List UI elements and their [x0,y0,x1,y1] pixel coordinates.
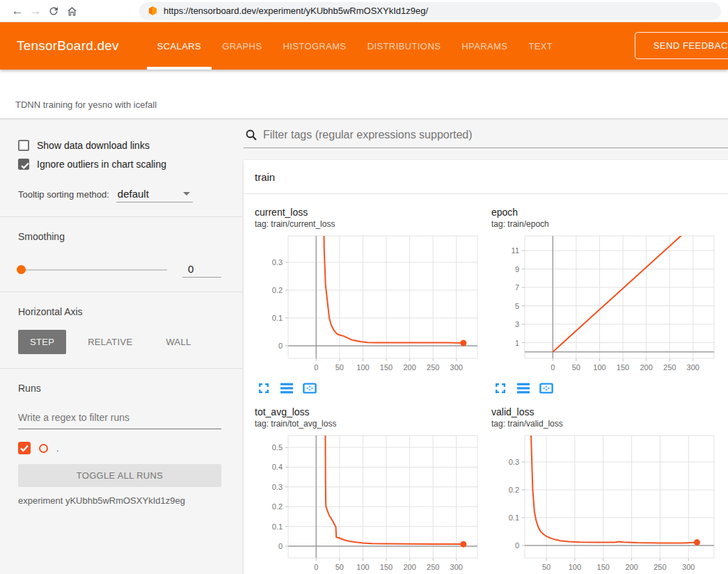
home-icon[interactable] [63,1,81,22]
tensorboard-favicon [148,6,158,16]
svg-text:0.1: 0.1 [509,513,519,522]
chart-title: epoch [491,207,721,218]
runs-label: Runs [18,383,221,394]
chart-title: current_loss [255,207,484,218]
svg-text:0: 0 [515,541,519,550]
smoothing-slider[interactable] [18,269,167,271]
divider [0,292,242,292]
expand-chart-icon[interactable] [493,381,507,395]
svg-text:150: 150 [597,563,610,571]
url-text: https://tensorboard.dev/experiment/yKUbh… [164,6,428,16]
run-color-swatch-icon[interactable] [39,444,48,453]
divider [0,368,242,369]
chart-tag: tag: train/current_loss [255,219,484,229]
experiment-title: TDNN training for yesno with icefall [15,99,157,110]
send-feedback-button[interactable]: SEND FEEDBACK [635,32,728,59]
svg-text:0.4: 0.4 [272,463,283,471]
axis-step-button[interactable]: STEP [18,330,66,354]
forward-icon[interactable]: → [26,1,45,22]
svg-text:50: 50 [335,363,344,372]
chart-tag: tag: train/epoch [491,219,721,229]
svg-text:200: 200 [403,563,416,571]
tab-scalars[interactable]: SCALARS [147,22,212,70]
tooltip-sorting-value: default [118,188,149,200]
svg-text:150: 150 [380,563,393,571]
svg-text:250: 250 [654,563,666,571]
chart-plot[interactable]: 0501001502002503001357911 [491,233,721,378]
run-checkbox[interactable] [18,442,31,454]
url-bar[interactable]: https://tensorboard.dev/experiment/yKUbh… [139,2,721,20]
chart-title: valid_loss [491,406,721,417]
svg-text:250: 250 [427,563,439,571]
svg-text:250: 250 [427,363,439,372]
run-name: . [56,443,59,454]
tooltip-sorting-select[interactable]: default [116,188,193,202]
data-table-icon[interactable] [516,381,530,395]
show-download-links-checkbox-row[interactable]: Show data download links [18,140,221,151]
svg-text:1: 1 [515,339,519,347]
chart-current-loss: current_loss tag: train/current_loss 050… [255,207,484,395]
check-icon [19,160,31,171]
chart-plot[interactable]: 05010015020025030000.10.20.30.40.5 [255,433,484,574]
svg-text:0.3: 0.3 [272,258,283,266]
show-download-links-checkbox[interactable] [18,140,29,151]
axis-wall-button[interactable]: WALL [154,330,203,354]
svg-text:100: 100 [356,363,369,372]
chevron-down-icon [183,192,190,196]
charts-grid: current_loss tag: train/current_loss 050… [244,194,728,574]
settings-sidebar: Show data download links Ignore outliers… [0,119,242,574]
browser-chrome: ← → https://tensorboard.dev/experiment/y… [0,0,728,22]
chart-tag: tag: train/tot_avg_loss [255,419,484,429]
fit-domain-icon[interactable] [539,381,553,395]
svg-text:7: 7 [515,283,519,292]
chart-epoch: epoch tag: train/epoch 05010015020025030… [491,207,721,395]
reload-icon[interactable] [45,1,63,22]
svg-text:300: 300 [687,363,699,372]
smoothing-slider-thumb[interactable] [17,265,26,274]
svg-text:0: 0 [314,563,318,571]
back-icon[interactable]: ← [8,1,26,22]
train-section-header[interactable]: train [244,160,728,194]
svg-text:0.2: 0.2 [509,486,519,494]
axis-relative-button[interactable]: RELATIVE [76,330,144,354]
chart-valid-loss: valid_loss tag: train/valid_loss 5010015… [491,406,721,574]
show-download-links-label: Show data download links [37,140,150,151]
svg-text:0.2: 0.2 [272,502,283,511]
nav-tabs: SCALARS GRAPHS HISTOGRAMS DISTRIBUTIONS … [147,22,564,70]
svg-text:9: 9 [515,265,519,273]
fit-domain-icon[interactable] [303,381,317,395]
expand-chart-icon[interactable] [257,381,271,395]
ignore-outliers-checkbox[interactable] [18,159,29,170]
svg-text:50: 50 [542,563,551,571]
toggle-all-runs-button[interactable]: TOGGLE ALL RUNS [18,464,221,487]
smoothing-value-input[interactable] [182,262,221,278]
tab-distributions[interactable]: DISTRIBUTIONS [357,22,452,70]
tab-histograms[interactable]: HISTOGRAMS [272,22,356,70]
tag-filter-input[interactable] [263,129,728,141]
chart-plot[interactable]: 05010015020025030000.10.20.3 [255,233,484,378]
divider [0,216,242,217]
runs-filter-input[interactable] [18,409,221,429]
svg-text:0: 0 [551,363,555,372]
svg-text:100: 100 [593,363,606,372]
svg-text:250: 250 [663,363,676,372]
svg-text:200: 200 [640,363,652,372]
svg-text:300: 300 [682,563,695,571]
svg-text:200: 200 [403,363,416,372]
chart-tag: tag: train/valid_loss [491,419,721,429]
data-table-icon[interactable] [280,381,294,395]
svg-text:0: 0 [278,542,283,550]
svg-text:0.5: 0.5 [272,443,283,452]
svg-text:50: 50 [572,363,580,372]
svg-text:5: 5 [515,302,519,310]
train-section-card: train current_loss tag: train/current_lo… [244,160,728,574]
tab-hparams[interactable]: HPARAMS [451,22,518,70]
tab-graphs[interactable]: GRAPHS [212,22,272,70]
chart-plot[interactable]: 5010015020025030000.10.20.3 [491,433,721,574]
ignore-outliers-checkbox-row[interactable]: Ignore outliers in chart scaling [18,159,221,170]
app-logo: TensorBoard.dev [0,38,147,54]
tab-text[interactable]: TEXT [518,22,563,70]
horizontal-axis-label: Horizontal Axis [18,306,221,317]
svg-text:150: 150 [380,363,393,372]
tag-filter-row [244,129,728,148]
